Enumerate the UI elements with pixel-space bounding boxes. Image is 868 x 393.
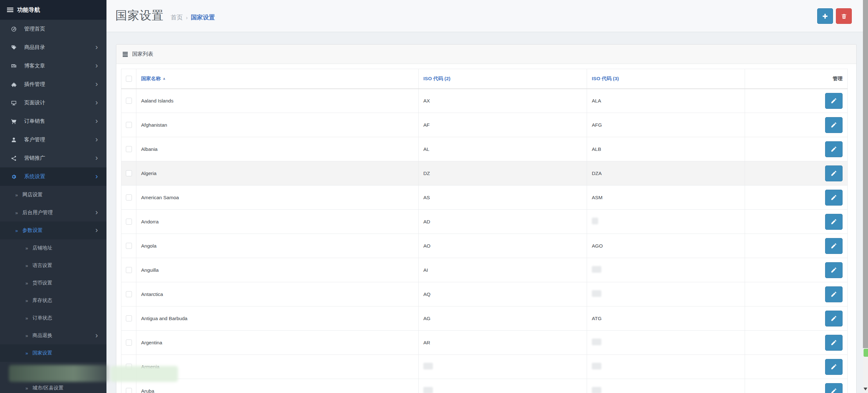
plus-icon xyxy=(822,13,828,20)
sidebar-item-store-settings[interactable]: »网店设置 xyxy=(0,186,106,204)
breadcrumb-home[interactable]: 首页 xyxy=(171,13,183,22)
row-checkbox[interactable] xyxy=(126,170,132,176)
edit-button[interactable] xyxy=(825,238,843,254)
sidebar-item-customers[interactable]: 客户管理› xyxy=(0,131,106,149)
edit-button[interactable] xyxy=(825,383,843,393)
edit-button[interactable] xyxy=(825,286,843,302)
row-checkbox[interactable] xyxy=(126,194,132,200)
edit-button[interactable] xyxy=(825,311,843,327)
chevron-right-icon: › xyxy=(95,332,98,339)
row-checkbox[interactable] xyxy=(126,291,132,297)
newspaper-icon xyxy=(11,63,24,69)
chevron-right-icon: › xyxy=(95,80,98,88)
edit-button[interactable] xyxy=(825,93,843,109)
table-row: American Samoa AS ASM xyxy=(121,186,848,210)
pencil-icon xyxy=(831,339,837,346)
row-checkbox[interactable] xyxy=(126,388,132,393)
double-chevron-icon: » xyxy=(15,228,18,233)
table-body: Aaland Islands AX ALA Afghanistan AF AFG… xyxy=(121,89,848,393)
chevron-right-icon: › xyxy=(95,208,98,216)
double-chevron-icon: » xyxy=(25,315,28,321)
row-checkbox[interactable] xyxy=(126,146,132,152)
country-name: American Samoa xyxy=(141,195,179,200)
row-checkbox[interactable] xyxy=(126,315,132,321)
sidebar-item-marketing[interactable]: 营销推广› xyxy=(0,149,106,167)
sidebar-item-sales[interactable]: 订单销售› xyxy=(0,112,106,131)
sidebar-item-admin-users[interactable]: »后台用户管理› xyxy=(0,204,106,222)
pencil-icon xyxy=(831,315,837,322)
edit-button[interactable] xyxy=(825,166,843,181)
scrollbar-down-arrow-icon[interactable] xyxy=(864,388,867,390)
sort-iso2-link[interactable]: ISO 代码 (2) xyxy=(423,76,451,81)
sidebar-item-country-settings[interactable]: »国家设置 xyxy=(0,344,106,362)
green-marker xyxy=(864,349,868,357)
country-name: Aruba xyxy=(141,388,154,393)
panel-heading-label: 国家列表 xyxy=(132,51,153,58)
sidebar-menu: 管理首页商品目录›博客文章›插件管理›页面设计›订单销售›客户管理›营销推广›系… xyxy=(0,20,106,393)
row-checkbox[interactable] xyxy=(126,98,132,104)
edit-button[interactable] xyxy=(825,190,843,205)
edit-button[interactable] xyxy=(825,117,843,133)
sidebar-item-parameter-settings[interactable]: »参数设置› xyxy=(0,222,106,239)
tags-icon xyxy=(11,45,24,51)
user-icon xyxy=(11,137,24,143)
breadcrumb: 首页 › 国家设置 xyxy=(171,13,215,22)
table-header-row: 国家名称∧ ISO 代码 (2) ISO 代码 (3) 管理 xyxy=(121,69,848,89)
sidebar-item-store-address[interactable]: »店铺地址 xyxy=(0,239,106,257)
sidebar-item-extensions[interactable]: 插件管理› xyxy=(0,75,106,93)
table-row: Armenia xyxy=(121,355,848,379)
edit-button[interactable] xyxy=(825,214,843,230)
edit-button[interactable] xyxy=(825,335,843,351)
sidebar-item-catalog[interactable]: 商品目录› xyxy=(0,38,106,57)
chevron-right-icon: › xyxy=(95,226,98,234)
sidebar-item-currency-settings[interactable]: »货币设置 xyxy=(0,274,106,292)
edit-button[interactable] xyxy=(825,141,843,157)
iso-code: AD xyxy=(423,219,430,224)
scrollbar-thumb[interactable] xyxy=(863,0,868,348)
row-checkbox[interactable] xyxy=(126,267,132,273)
sidebar-header-label: 功能导航 xyxy=(17,6,40,14)
pencil-icon xyxy=(831,121,837,128)
sidebar-item-blog[interactable]: 博客文章› xyxy=(0,57,106,75)
pencil-icon xyxy=(831,363,837,370)
page-title: 国家设置 xyxy=(115,8,164,24)
iso-code: AQ xyxy=(423,291,430,297)
edit-button[interactable] xyxy=(825,359,843,375)
breadcrumb-current[interactable]: 国家设置 xyxy=(191,13,215,22)
sidebar-item-dashboard[interactable]: 管理首页 xyxy=(0,20,106,38)
select-all-checkbox[interactable] xyxy=(126,76,132,82)
sidebar-item-language-settings[interactable]: »语言设置 xyxy=(0,257,106,274)
row-checkbox[interactable] xyxy=(126,340,132,345)
sidebar-item-stock-status[interactable]: »库存状态 xyxy=(0,292,106,309)
sort-country-name-link[interactable]: 国家名称∧ xyxy=(141,76,165,81)
row-checkbox[interactable] xyxy=(126,122,132,128)
iso-code: DZ xyxy=(423,171,430,176)
table-row: Antigua and Barbuda AG ATG xyxy=(121,306,848,331)
delete-button[interactable] xyxy=(836,8,852,24)
country-name: Andorra xyxy=(141,219,159,224)
iso-code: AS xyxy=(423,195,430,200)
manage-column-header: 管理 xyxy=(833,76,843,81)
sidebar-header[interactable]: 功能导航 xyxy=(0,0,106,20)
edit-button[interactable] xyxy=(825,262,843,278)
redacted-value xyxy=(423,387,433,393)
row-checkbox[interactable] xyxy=(126,243,132,249)
sidebar-item-system[interactable]: 系统设置› xyxy=(0,167,106,186)
country-name: Angola xyxy=(141,243,156,249)
vertical-scrollbar[interactable] xyxy=(863,0,868,393)
redacted-value xyxy=(592,363,601,369)
chevron-right-icon: › xyxy=(95,99,98,106)
table-row: Anguilla AI xyxy=(121,258,848,282)
sort-iso3-link[interactable]: ISO 代码 (3) xyxy=(592,76,619,81)
iso-code: AG xyxy=(423,316,430,321)
add-country-button[interactable] xyxy=(817,8,833,24)
country-name: Argentina xyxy=(141,340,162,345)
sidebar-item-design[interactable]: 页面设计› xyxy=(0,93,106,112)
sidebar-item-returns[interactable]: »商品退换› xyxy=(0,327,106,344)
gear-icon xyxy=(11,174,24,180)
dashboard-icon xyxy=(11,26,24,32)
double-chevron-icon: » xyxy=(25,333,28,338)
country-list-panel: 国家列表 国家名称∧ ISO 代码 (2) ISO 代码 (3) 管理 Aala… xyxy=(116,44,857,393)
row-checkbox[interactable] xyxy=(126,219,132,225)
sidebar-item-order-status[interactable]: »订单状态 xyxy=(0,309,106,327)
